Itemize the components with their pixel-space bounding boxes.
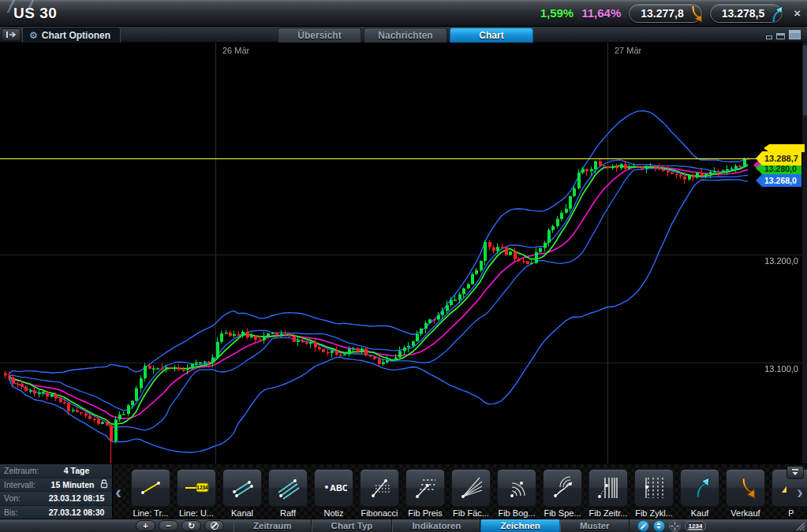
crosshair-button[interactable] (669, 520, 681, 532)
tool-kanal[interactable]: Kanal (219, 469, 265, 518)
buy-price-button[interactable]: 13.278,5 (710, 4, 783, 23)
price-axis-label: 13.200,0 (764, 256, 798, 266)
info-label: Intervall: (4, 480, 45, 489)
tool-fib-faecher[interactable]: Fib Fäc... (448, 469, 494, 518)
tab-chart[interactable]: Chart (450, 28, 533, 43)
tool-label: Kanal (231, 508, 253, 518)
zoom-out-button[interactable]: − (159, 520, 178, 531)
tool-label: Fibonacci (361, 508, 398, 518)
lock-icon[interactable] (100, 478, 108, 492)
gear-icon: ⚙ (29, 31, 38, 40)
info-value: 4 Tage (45, 466, 108, 475)
collapse-sidebar-button[interactable] (2, 28, 21, 41)
window-size-large-icon[interactable] (789, 30, 801, 39)
band-lower-tag: 13.268,0 (756, 174, 801, 187)
tool-label: Line: U... (179, 508, 214, 518)
raff-icon (268, 469, 308, 507)
refresh-button[interactable]: ↻ (181, 520, 201, 531)
date-axis-label: 26 Mär (222, 46, 249, 55)
sell-price-button[interactable]: 13.277,8 (629, 4, 702, 23)
window-size-medium-icon[interactable] (776, 33, 785, 39)
tool-label: Notiz (323, 508, 343, 518)
chart-bottom-bar: + − ↻ ZeitraumChart TypIndikatorenZeichn… (0, 519, 807, 532)
crosshair-icon (671, 522, 679, 530)
zoom-in-button[interactable]: + (136, 520, 155, 531)
tool-label: Fib Zykl... (635, 508, 673, 518)
toolbar-collapse-button[interactable] (786, 466, 804, 479)
scrollbar-thumb[interactable] (803, 45, 807, 116)
chart-vertical-scrollbar[interactable] (801, 43, 807, 463)
price-axis-label: 13.100,0 (764, 364, 798, 374)
drawing-toolstrip: Zeitraum:4 TageIntervall:15 MinutenVon:2… (0, 463, 807, 519)
tool-fib-bogen[interactable]: Fib Bog... (494, 469, 540, 518)
window-size-small-icon[interactable] (766, 35, 772, 39)
up-down-arrows-icon (655, 522, 663, 530)
line-trend-icon (131, 469, 170, 507)
info-value: 27.03.12 08:30 (45, 508, 108, 517)
tool-label: Raff (280, 508, 296, 518)
tool-fib-zeitraum[interactable]: Fib Zeitr... (585, 469, 631, 518)
bottom-tab-indikatoren[interactable]: Indikatoren (392, 519, 480, 532)
disable-button[interactable] (204, 520, 224, 531)
tool-verkauf[interactable]: Verkauf (723, 469, 768, 518)
fib-bogen-icon (497, 469, 536, 507)
tools-scroll-right-button[interactable]: › (797, 483, 803, 502)
tool-notiz[interactable]: ABCNotiz (311, 469, 357, 518)
resize-grip[interactable] (793, 520, 805, 531)
price-labels-button[interactable]: 1234 (685, 521, 707, 531)
chart-options-tab[interactable]: ⚙ Chart Optionen (22, 27, 121, 43)
svg-text:ABC: ABC (330, 483, 347, 493)
bottom-tab-chart-typ[interactable]: Chart Typ (312, 519, 393, 532)
dock-down-icon (790, 468, 800, 477)
verkauf-icon (726, 469, 765, 507)
pencil-icon (639, 522, 647, 530)
tool-fib-spirale[interactable]: Fib Spe... (540, 469, 585, 518)
sell-arrow-down-icon (686, 4, 704, 24)
tool-raff[interactable]: Raff (265, 469, 311, 518)
tool-label: Fib Bog... (498, 508, 535, 518)
chart-area: 13.288,7 13.280,0 13.268,0 26 Mär27 Mär1… (0, 43, 807, 463)
buy-arrow-up-icon (766, 4, 785, 24)
tools-scroll-left-button[interactable]: ‹ (115, 483, 121, 502)
notiz-icon: ABC (314, 469, 353, 507)
instrument-title: US 30 (13, 5, 57, 22)
tab-nachrichten[interactable]: Nachrichten (364, 28, 447, 43)
info-row: Bis:27.03.12 08:30 (0, 506, 112, 520)
buy-price-value: 13.278,5 (722, 7, 765, 20)
bottom-tab-muster[interactable]: Muster (560, 519, 630, 532)
partial-price-tag (764, 144, 805, 152)
tool-line-trend[interactable]: Line: Tr... (128, 469, 174, 518)
tool-label: Kauf (691, 508, 709, 518)
chart-info-panel: Zeitraum:4 TageIntervall:15 MinutenVon:2… (0, 464, 113, 519)
chart-menu-tabs: ZeitraumChart TypIndikatorenZeichnenMust… (234, 519, 630, 532)
bottom-tab-zeichnen[interactable]: Zeichnen (480, 519, 559, 532)
tool-label: Line: Tr... (133, 508, 168, 518)
tool-label: Fib Fäc... (453, 508, 489, 518)
bottom-tab-zeitraum[interactable]: Zeitraum (234, 519, 312, 532)
tool-fib-preis[interactable]: Fib Preis (402, 469, 448, 518)
draw-pencil-button[interactable] (637, 520, 649, 532)
change-percent-magenta: 11,64% (581, 6, 621, 20)
tool-kauf[interactable]: Kauf (677, 469, 723, 518)
chart-quick-icons: 1234 (637, 520, 707, 532)
info-value: 15 Minuten (45, 480, 100, 489)
no-entry-icon (211, 522, 219, 530)
tool-line-level[interactable]: 1234Line: U... (174, 469, 219, 518)
kauf-icon (680, 469, 719, 507)
fibonacci-icon (360, 469, 399, 507)
window-size-controls (766, 30, 801, 39)
fib-faecher-icon (451, 469, 491, 507)
tool-label: P (788, 508, 794, 518)
price-chart-canvas[interactable] (0, 43, 801, 463)
info-label: Bis: (4, 508, 45, 517)
chart-options-label: Chart Optionen (42, 30, 110, 41)
updown-arrows-button[interactable] (653, 520, 665, 532)
close-icon[interactable]: × (794, 6, 801, 20)
current-price-tag: 13.288,7 (756, 151, 801, 166)
fib-zeitraum-icon (588, 469, 628, 507)
tool-fib-zyklus[interactable]: Fib Zykl... (631, 469, 677, 518)
svg-text:1234: 1234 (196, 485, 208, 490)
tool-fibonacci[interactable]: Fibonacci (357, 469, 402, 518)
info-row: Intervall:15 Minuten (0, 478, 112, 493)
tab-übersicht[interactable]: Übersicht (278, 28, 361, 43)
